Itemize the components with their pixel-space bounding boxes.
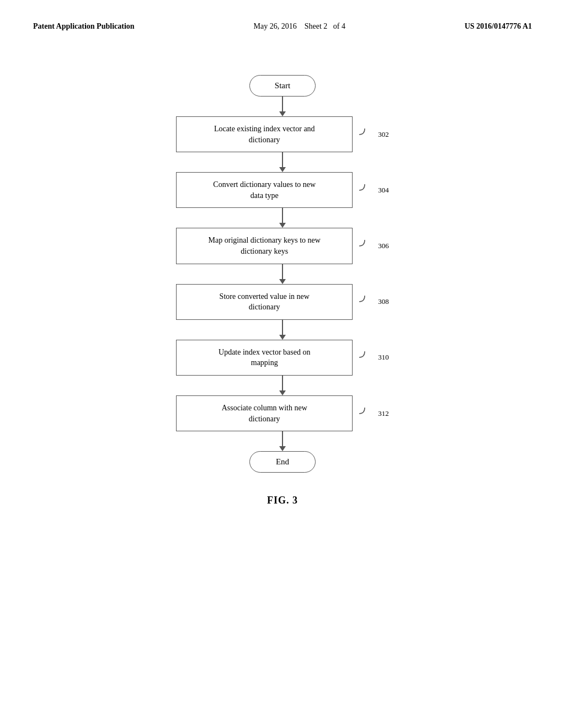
step-308-bracket-svg xyxy=(357,293,372,310)
flowchart: Start Locate existing index vector anddi… xyxy=(0,75,565,473)
step-308-label: 308 xyxy=(378,297,389,306)
step-302-row: Locate existing index vector anddictiona… xyxy=(176,116,389,152)
patent-number: US 2016/0147776 A1 xyxy=(465,22,532,30)
arrow-line xyxy=(282,208,283,223)
step-302-label: 302 xyxy=(378,130,389,139)
arrow-2 xyxy=(279,208,286,228)
step-312-bracket-svg xyxy=(357,405,372,422)
arrow-head xyxy=(279,223,286,228)
step-304-text: Convert dictionary values to newdata typ… xyxy=(213,180,316,200)
step-312-row: Associate column with newdictionary 312 xyxy=(176,395,389,431)
step-302-text: Locate existing index vector anddictiona… xyxy=(214,125,315,144)
of-total: of 4 xyxy=(333,22,345,30)
step-304-label: 304 xyxy=(378,186,389,195)
arrow-head xyxy=(279,390,286,395)
arrow-6 xyxy=(279,431,286,451)
arrow-head xyxy=(279,167,286,172)
header-right: US 2016/0147776 A1 xyxy=(465,22,532,31)
arrow-line xyxy=(282,376,283,390)
step-308-label-area: 308 xyxy=(357,293,389,310)
end-oval: End xyxy=(249,451,316,473)
step-310-row: Update index vector based onmapping 310 xyxy=(176,340,389,376)
arrow-head xyxy=(279,279,286,284)
step-310-label-area: 310 xyxy=(357,349,389,366)
step-308-row: Store converted value in newdictionary 3… xyxy=(176,284,389,320)
step-312-box: Associate column with newdictionary xyxy=(176,395,353,431)
step-308-box: Store converted value in newdictionary xyxy=(176,284,353,320)
step-306-text: Map original dictionary keys to newdicti… xyxy=(209,236,321,255)
step-310-label: 310 xyxy=(378,353,389,362)
step-304-bracket-svg xyxy=(357,182,372,199)
arrow-4 xyxy=(279,320,286,340)
arrow-0 xyxy=(279,97,286,116)
step-306-label-area: 306 xyxy=(357,238,389,254)
arrow-3 xyxy=(279,264,286,284)
publication-label: Patent Application Publication xyxy=(33,22,135,30)
figure-caption: FIG. 3 xyxy=(0,495,565,506)
figure-caption-text: FIG. 3 xyxy=(267,495,298,506)
step-306-row: Map original dictionary keys to newdicti… xyxy=(176,228,389,264)
arrow-line xyxy=(282,97,283,111)
start-oval: Start xyxy=(249,75,316,97)
step-312-label-area: 312 xyxy=(357,405,389,422)
step-302-box: Locate existing index vector anddictiona… xyxy=(176,116,353,152)
step-302-label-area: 302 xyxy=(357,126,389,143)
arrow-head xyxy=(279,446,286,451)
arrow-line xyxy=(282,152,283,167)
step-310-bracket-svg xyxy=(357,349,372,366)
arrow-5 xyxy=(279,376,286,395)
sheet-label: Sheet 2 xyxy=(305,22,328,30)
arrow-1 xyxy=(279,152,286,172)
page-header: Patent Application Publication May 26, 2… xyxy=(0,0,565,31)
arrow-line xyxy=(282,431,283,446)
step-312-text: Associate column with newdictionary xyxy=(222,404,307,423)
step-302-bracket-svg xyxy=(357,126,372,143)
step-306-box: Map original dictionary keys to newdicti… xyxy=(176,228,353,264)
arrow-line xyxy=(282,264,283,279)
step-308-text: Store converted value in newdictionary xyxy=(220,292,310,312)
step-304-label-area: 304 xyxy=(357,182,389,199)
arrow-line xyxy=(282,320,283,335)
header-left: Patent Application Publication xyxy=(33,22,135,31)
step-310-text: Update index vector based onmapping xyxy=(218,348,310,367)
start-label: Start xyxy=(275,81,290,90)
arrow-head xyxy=(279,335,286,340)
step-304-row: Convert dictionary values to newdata typ… xyxy=(176,172,389,208)
end-label: End xyxy=(276,457,289,466)
arrow-head xyxy=(279,111,286,116)
pub-date: May 26, 2016 xyxy=(254,22,297,30)
step-310-box: Update index vector based onmapping xyxy=(176,340,353,376)
step-306-label: 306 xyxy=(378,242,389,250)
step-312-label: 312 xyxy=(378,409,389,418)
step-304-box: Convert dictionary values to newdata typ… xyxy=(176,172,353,208)
step-306-bracket-svg xyxy=(357,238,372,254)
header-center: May 26, 2016 Sheet 2 of 4 xyxy=(254,22,345,31)
